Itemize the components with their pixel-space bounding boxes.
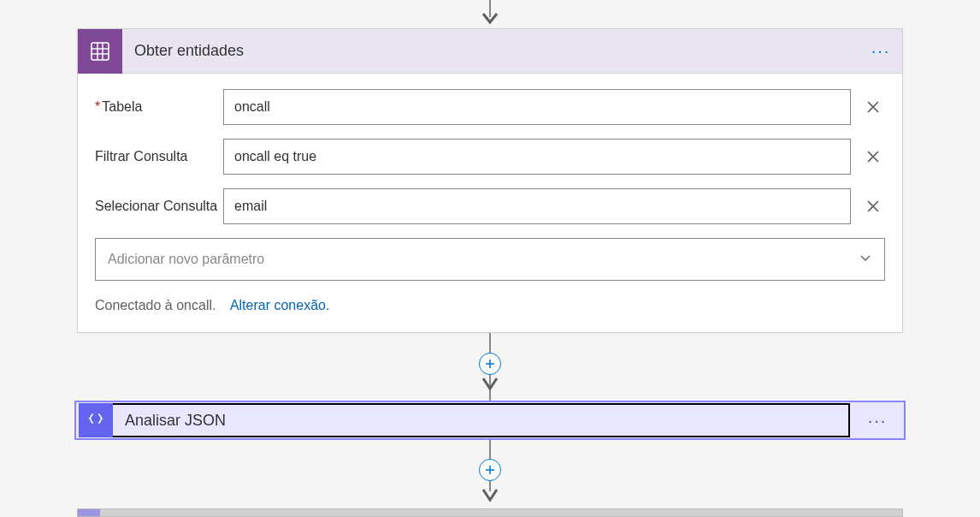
card2-title: Analisar JSON bbox=[113, 412, 226, 430]
field-label-select: Selecionar Consulta bbox=[95, 199, 223, 214]
table-input[interactable]: oncall bbox=[223, 89, 851, 125]
connection-info: Conectado à oncall. Alterar conexão. bbox=[95, 298, 885, 313]
parse-json-icon bbox=[79, 403, 113, 437]
connector-line-2 bbox=[489, 440, 491, 461]
filter-query-input[interactable]: oncall eq true bbox=[223, 139, 851, 175]
card-header[interactable]: Obter entidades ··· bbox=[78, 29, 902, 74]
required-asterisk: * bbox=[95, 99, 100, 114]
clear-select-button[interactable] bbox=[861, 194, 885, 218]
change-connection-link[interactable]: Alterar conexão. bbox=[230, 298, 330, 312]
card-menu-button[interactable]: ··· bbox=[859, 29, 902, 74]
card-title: Obter entidades bbox=[122, 42, 859, 60]
action-card-obter-entidades: Obter entidades ··· *Tabela oncall bbox=[77, 28, 903, 333]
add-step-button-2[interactable] bbox=[479, 459, 501, 481]
select-query-input[interactable]: email bbox=[223, 188, 851, 224]
storage-table-icon bbox=[78, 29, 122, 74]
card2-menu-button[interactable]: ··· bbox=[858, 401, 897, 440]
field-row-table: *Tabela oncall bbox=[95, 89, 885, 125]
clear-filter-button[interactable] bbox=[861, 145, 885, 169]
connector-arrow-top bbox=[477, 0, 503, 29]
next-card-top-edge bbox=[77, 508, 903, 517]
svg-rect-1 bbox=[92, 43, 109, 60]
add-parameter-dropdown[interactable]: Adicionar novo parâmetro bbox=[95, 238, 885, 281]
connector-arrow-2 bbox=[480, 481, 500, 507]
add-parameter-placeholder: Adicionar novo parâmetro bbox=[108, 252, 264, 267]
add-step-button-1[interactable] bbox=[479, 353, 501, 375]
clear-table-button[interactable] bbox=[861, 95, 885, 119]
action-card-analisar-json[interactable]: Analisar JSON ··· bbox=[74, 401, 906, 440]
field-row-select: Selecionar Consulta email bbox=[95, 188, 885, 224]
field-label-filter: Filtrar Consulta bbox=[95, 149, 223, 164]
field-row-filter: Filtrar Consulta oncall eq true bbox=[95, 139, 885, 175]
chevron-down-icon bbox=[859, 251, 872, 268]
next-card-icon-edge bbox=[78, 509, 100, 516]
connector-arrow-1 bbox=[480, 375, 500, 401]
field-label-table: *Tabela bbox=[95, 99, 223, 115]
connected-text: Conectado à oncall. bbox=[95, 298, 215, 312]
